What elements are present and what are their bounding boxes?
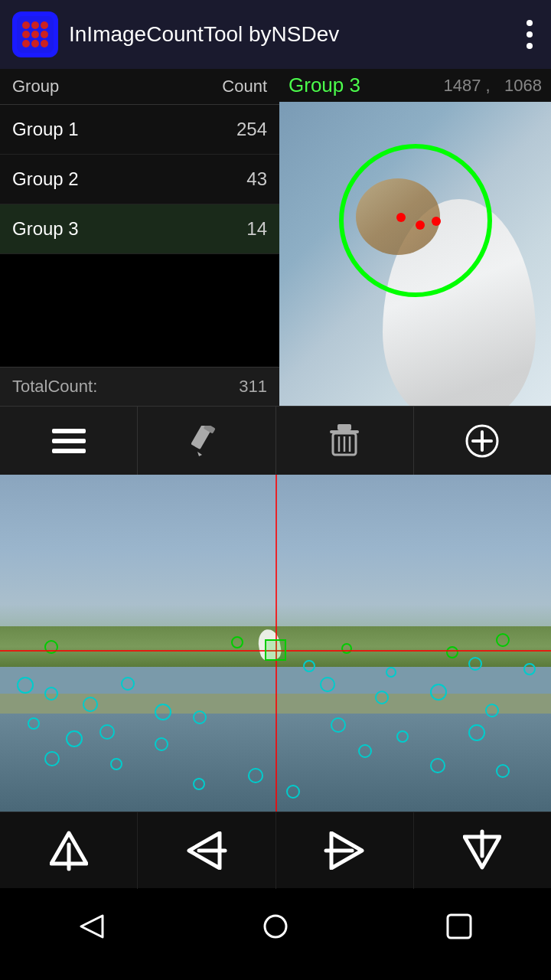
count-column-header: Count (222, 77, 267, 96)
coord-y: 1068 (504, 76, 542, 95)
group-row-3-value: 14 (246, 218, 267, 240)
app-title: InImageCountTool byNSDev (69, 22, 339, 47)
group-table-header: Group Count (0, 69, 279, 105)
home-button[interactable] (253, 903, 298, 949)
middle-section: Group Count Group 1 254 Group 2 43 Group… (0, 69, 551, 406)
menu-icon (52, 427, 86, 455)
nav-left-button[interactable] (138, 812, 276, 889)
nav-up-button[interactable] (0, 812, 138, 889)
recent-apps-button[interactable] (436, 903, 482, 949)
duck-dot (193, 710, 207, 724)
up-arrow-icon (50, 829, 88, 871)
group-row-1-name: Group 1 (12, 119, 79, 140)
menu-button[interactable] (0, 407, 138, 475)
nav-right-button[interactable] (276, 812, 414, 889)
duck-dot (110, 758, 122, 770)
total-row: TotalCount: 311 (0, 367, 279, 406)
duck-dot (155, 704, 171, 720)
top-bar-left: InImageCountTool byNSDev (12, 11, 339, 57)
svg-point-7 (22, 40, 30, 47)
down-arrow-icon (463, 829, 501, 871)
main-image-view[interactable] (0, 475, 551, 812)
nav-down-button[interactable] (414, 812, 551, 889)
back-icon (78, 913, 106, 940)
duck-dot (99, 724, 115, 740)
group-row-2-name: Group 2 (12, 168, 79, 190)
group-column-header: Group (12, 77, 59, 96)
right-arrow-icon (324, 831, 366, 870)
svg-point-1 (22, 21, 30, 29)
svg-rect-35 (448, 915, 471, 938)
coord-x: 1487 (444, 76, 481, 95)
duck-dot (303, 660, 315, 672)
coord-sep: , (486, 76, 491, 95)
group-row-2-value: 43 (246, 168, 267, 190)
duck-dot (193, 778, 205, 790)
duck-dot (44, 751, 60, 766)
duck-dot (17, 677, 34, 694)
group-row-1-value: 254 (236, 119, 267, 140)
pencil-icon (191, 426, 222, 456)
svg-rect-11 (52, 439, 86, 443)
recent-apps-icon (446, 913, 472, 939)
svg-rect-10 (52, 429, 86, 433)
group-row-2[interactable]: Group 2 43 (0, 155, 279, 204)
overflow-menu-button[interactable] (520, 14, 539, 55)
svg-point-34 (265, 916, 286, 937)
duck-dot (44, 687, 58, 701)
red-dot-1 (396, 213, 406, 222)
svg-point-6 (41, 31, 48, 38)
navigation-bar (0, 812, 551, 888)
system-navigation (0, 888, 551, 965)
toolbar (0, 406, 551, 475)
group-row-3[interactable]: Group 3 14 (0, 204, 279, 254)
svg-rect-12 (52, 449, 86, 453)
duck-dot (468, 724, 485, 741)
svg-marker-14 (197, 452, 202, 456)
svg-point-2 (31, 21, 39, 29)
preview-coords: 1487 , 1068 (444, 76, 543, 96)
group-row-3-name: Group 3 (12, 218, 79, 240)
duck-dot (248, 768, 263, 783)
top-bar: InImageCountTool byNSDev (0, 0, 551, 69)
add-icon (465, 424, 499, 458)
trash-button[interactable] (276, 407, 414, 475)
group-list-spacer (0, 254, 279, 367)
duck-dot (155, 737, 168, 751)
red-dot-2 (416, 220, 425, 230)
app-icon (12, 11, 58, 57)
total-value: 311 (239, 377, 267, 397)
preview-header: Group 3 1487 , 1068 (279, 69, 551, 102)
svg-point-9 (41, 40, 48, 47)
duck-dot (386, 667, 396, 678)
duck-dot (468, 657, 482, 671)
svg-rect-17 (337, 424, 351, 430)
svg-marker-33 (81, 916, 103, 937)
back-button[interactable] (69, 903, 115, 949)
red-dot-3 (432, 217, 441, 226)
svg-point-8 (31, 40, 39, 47)
duck-dot (485, 704, 499, 717)
trash-icon (330, 424, 359, 458)
add-button[interactable] (414, 407, 551, 475)
preview-image (279, 102, 551, 406)
pencil-button[interactable] (138, 407, 276, 475)
left-arrow-icon (185, 831, 227, 870)
svg-point-3 (41, 21, 48, 29)
group-list: Group Count Group 1 254 Group 2 43 Group… (0, 69, 279, 406)
bird-dot (496, 633, 510, 647)
svg-point-4 (22, 31, 30, 38)
preview-panel: Group 3 1487 , 1068 (279, 69, 551, 406)
duck-dot (331, 717, 346, 733)
green-circle-overlay (339, 144, 492, 297)
total-label: TotalCount: (12, 377, 97, 397)
duck-dot (320, 677, 335, 692)
duck-dot (430, 684, 447, 701)
duck-dot (28, 717, 40, 730)
svg-point-5 (31, 31, 39, 38)
crosshair-center (265, 639, 286, 661)
duck-dot (430, 758, 445, 773)
group-row-1[interactable]: Group 1 254 (0, 105, 279, 155)
home-icon (262, 913, 289, 940)
duck-dot (358, 744, 372, 758)
